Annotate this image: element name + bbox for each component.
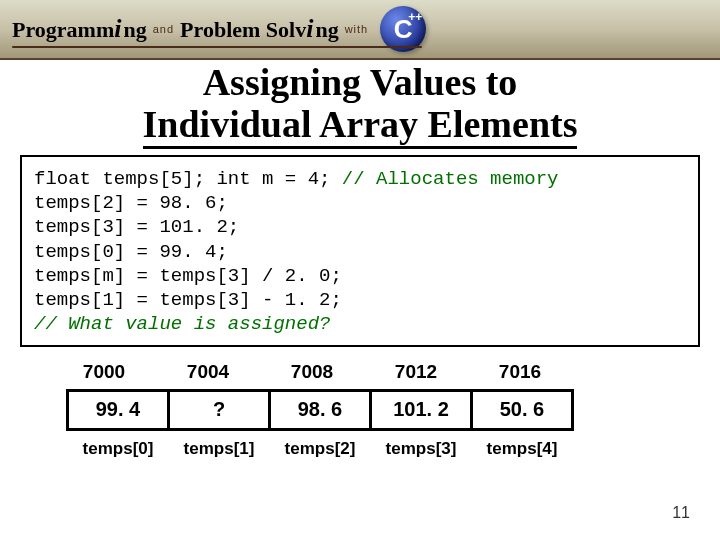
header-and: and xyxy=(153,23,174,35)
code-line: temps[2] = 98. 6; xyxy=(34,192,228,214)
value-cell: ? xyxy=(167,389,271,431)
label-cell: temps[1] xyxy=(167,439,271,459)
code-line: temps[m] = temps[3] / 2. 0; xyxy=(34,265,342,287)
header-underline xyxy=(12,46,422,48)
array-diagram: 7000 7004 7008 7012 7016 99. 4 ? 98. 6 1… xyxy=(52,361,690,459)
code-comment: // What value is assigned? xyxy=(34,313,330,335)
code-line: temps[3] = 101. 2; xyxy=(34,216,239,238)
code-line: float temps[5]; int m = 4; xyxy=(34,168,342,190)
code-comment: // Allocates memory xyxy=(342,168,559,190)
address-cell: 7004 xyxy=(156,361,260,383)
label-cell: temps[0] xyxy=(66,439,170,459)
slide-number: 11 xyxy=(672,504,690,522)
label-cell: temps[2] xyxy=(268,439,372,459)
header-word-programming: Programming xyxy=(12,14,147,44)
address-row: 7000 7004 7008 7012 7016 xyxy=(52,361,690,383)
title-line1: Assigning Values to xyxy=(40,62,680,104)
value-row: 99. 4 ? 98. 6 101. 2 50. 6 xyxy=(66,389,690,431)
header-word-problemsolving: Problem Solving xyxy=(180,14,339,44)
address-cell: 7012 xyxy=(364,361,468,383)
address-cell: 7016 xyxy=(468,361,572,383)
value-cell: 98. 6 xyxy=(268,389,372,431)
label-cell: temps[4] xyxy=(470,439,574,459)
title-line2: Individual Array Elements xyxy=(143,104,578,149)
book-header: Programming and Problem Solving with C +… xyxy=(0,0,720,60)
header-with: with xyxy=(345,23,369,35)
value-cell: 99. 4 xyxy=(66,389,170,431)
code-block: float temps[5]; int m = 4; // Allocates … xyxy=(20,155,700,347)
address-cell: 7000 xyxy=(52,361,156,383)
code-line: temps[1] = temps[3] - 1. 2; xyxy=(34,289,342,311)
value-cell: 101. 2 xyxy=(369,389,473,431)
code-line: temps[0] = 99. 4; xyxy=(34,241,228,263)
value-cell: 50. 6 xyxy=(470,389,574,431)
label-row: temps[0] temps[1] temps[2] temps[3] temp… xyxy=(66,439,690,459)
label-cell: temps[3] xyxy=(369,439,473,459)
address-cell: 7008 xyxy=(260,361,364,383)
slide-title: Assigning Values to Individual Array Ele… xyxy=(0,62,720,149)
